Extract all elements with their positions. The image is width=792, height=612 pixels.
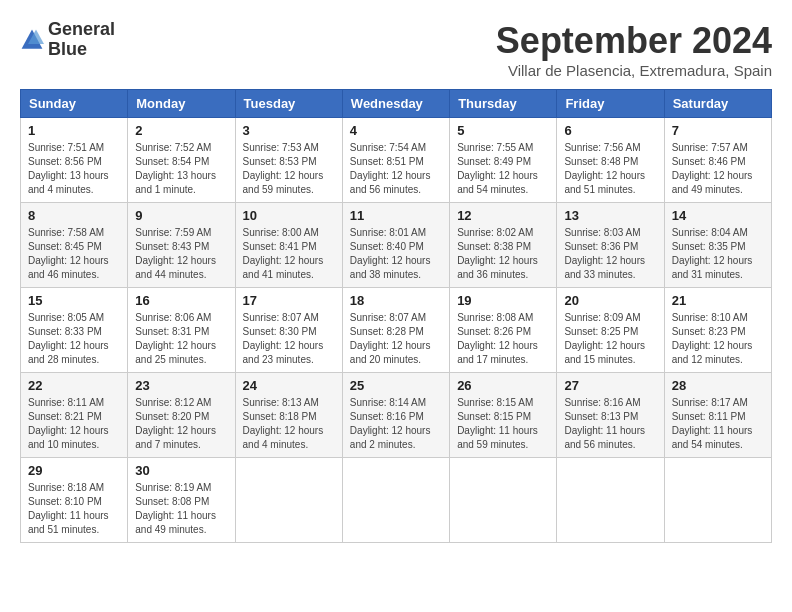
day-number: 15 [28, 293, 120, 308]
page-header: General Blue September 2024 Villar de Pl… [20, 20, 772, 79]
day-number: 23 [135, 378, 227, 393]
calendar-day-cell: 3Sunrise: 7:53 AM Sunset: 8:53 PM Daylig… [235, 118, 342, 203]
calendar-day-cell: 10Sunrise: 8:00 AM Sunset: 8:41 PM Dayli… [235, 203, 342, 288]
day-number: 18 [350, 293, 442, 308]
day-number: 29 [28, 463, 120, 478]
calendar-day-cell: 22Sunrise: 8:11 AM Sunset: 8:21 PM Dayli… [21, 373, 128, 458]
day-info: Sunrise: 8:19 AM Sunset: 8:08 PM Dayligh… [135, 481, 227, 537]
day-info: Sunrise: 7:52 AM Sunset: 8:54 PM Dayligh… [135, 141, 227, 197]
calendar-day-cell: 24Sunrise: 8:13 AM Sunset: 8:18 PM Dayli… [235, 373, 342, 458]
day-number: 6 [564, 123, 656, 138]
day-info: Sunrise: 8:06 AM Sunset: 8:31 PM Dayligh… [135, 311, 227, 367]
day-info: Sunrise: 8:00 AM Sunset: 8:41 PM Dayligh… [243, 226, 335, 282]
day-info: Sunrise: 7:58 AM Sunset: 8:45 PM Dayligh… [28, 226, 120, 282]
calendar-day-cell: 17Sunrise: 8:07 AM Sunset: 8:30 PM Dayli… [235, 288, 342, 373]
day-number: 28 [672, 378, 764, 393]
day-info: Sunrise: 8:15 AM Sunset: 8:15 PM Dayligh… [457, 396, 549, 452]
day-number: 13 [564, 208, 656, 223]
calendar-week-row: 29Sunrise: 8:18 AM Sunset: 8:10 PM Dayli… [21, 458, 772, 543]
logo-text: General Blue [48, 20, 115, 60]
day-info: Sunrise: 8:05 AM Sunset: 8:33 PM Dayligh… [28, 311, 120, 367]
day-number: 12 [457, 208, 549, 223]
col-friday: Friday [557, 90, 664, 118]
calendar-day-cell: 14Sunrise: 8:04 AM Sunset: 8:35 PM Dayli… [664, 203, 771, 288]
calendar-day-cell [450, 458, 557, 543]
calendar-day-cell: 19Sunrise: 8:08 AM Sunset: 8:26 PM Dayli… [450, 288, 557, 373]
day-info: Sunrise: 7:59 AM Sunset: 8:43 PM Dayligh… [135, 226, 227, 282]
calendar-day-cell: 26Sunrise: 8:15 AM Sunset: 8:15 PM Dayli… [450, 373, 557, 458]
day-number: 26 [457, 378, 549, 393]
calendar-day-cell: 6Sunrise: 7:56 AM Sunset: 8:48 PM Daylig… [557, 118, 664, 203]
calendar-day-cell [342, 458, 449, 543]
day-number: 16 [135, 293, 227, 308]
calendar-day-cell: 5Sunrise: 7:55 AM Sunset: 8:49 PM Daylig… [450, 118, 557, 203]
calendar-day-cell: 21Sunrise: 8:10 AM Sunset: 8:23 PM Dayli… [664, 288, 771, 373]
col-thursday: Thursday [450, 90, 557, 118]
day-info: Sunrise: 8:10 AM Sunset: 8:23 PM Dayligh… [672, 311, 764, 367]
day-number: 25 [350, 378, 442, 393]
day-info: Sunrise: 7:55 AM Sunset: 8:49 PM Dayligh… [457, 141, 549, 197]
logo: General Blue [20, 20, 115, 60]
calendar-day-cell: 30Sunrise: 8:19 AM Sunset: 8:08 PM Dayli… [128, 458, 235, 543]
day-info: Sunrise: 8:11 AM Sunset: 8:21 PM Dayligh… [28, 396, 120, 452]
calendar-day-cell: 27Sunrise: 8:16 AM Sunset: 8:13 PM Dayli… [557, 373, 664, 458]
calendar-day-cell: 1Sunrise: 7:51 AM Sunset: 8:56 PM Daylig… [21, 118, 128, 203]
day-info: Sunrise: 8:08 AM Sunset: 8:26 PM Dayligh… [457, 311, 549, 367]
day-info: Sunrise: 7:57 AM Sunset: 8:46 PM Dayligh… [672, 141, 764, 197]
calendar-day-cell: 11Sunrise: 8:01 AM Sunset: 8:40 PM Dayli… [342, 203, 449, 288]
title-area: September 2024 Villar de Plasencia, Extr… [496, 20, 772, 79]
day-number: 30 [135, 463, 227, 478]
calendar-day-cell: 15Sunrise: 8:05 AM Sunset: 8:33 PM Dayli… [21, 288, 128, 373]
day-number: 27 [564, 378, 656, 393]
day-info: Sunrise: 7:54 AM Sunset: 8:51 PM Dayligh… [350, 141, 442, 197]
day-number: 1 [28, 123, 120, 138]
day-info: Sunrise: 8:02 AM Sunset: 8:38 PM Dayligh… [457, 226, 549, 282]
calendar-week-row: 22Sunrise: 8:11 AM Sunset: 8:21 PM Dayli… [21, 373, 772, 458]
day-number: 14 [672, 208, 764, 223]
day-info: Sunrise: 7:56 AM Sunset: 8:48 PM Dayligh… [564, 141, 656, 197]
col-tuesday: Tuesday [235, 90, 342, 118]
day-number: 5 [457, 123, 549, 138]
calendar-day-cell: 4Sunrise: 7:54 AM Sunset: 8:51 PM Daylig… [342, 118, 449, 203]
calendar-day-cell: 16Sunrise: 8:06 AM Sunset: 8:31 PM Dayli… [128, 288, 235, 373]
day-info: Sunrise: 7:53 AM Sunset: 8:53 PM Dayligh… [243, 141, 335, 197]
day-info: Sunrise: 8:09 AM Sunset: 8:25 PM Dayligh… [564, 311, 656, 367]
day-number: 21 [672, 293, 764, 308]
day-info: Sunrise: 8:16 AM Sunset: 8:13 PM Dayligh… [564, 396, 656, 452]
day-number: 10 [243, 208, 335, 223]
day-number: 22 [28, 378, 120, 393]
calendar-table: Sunday Monday Tuesday Wednesday Thursday… [20, 89, 772, 543]
day-number: 3 [243, 123, 335, 138]
day-number: 4 [350, 123, 442, 138]
day-number: 11 [350, 208, 442, 223]
calendar-day-cell: 2Sunrise: 7:52 AM Sunset: 8:54 PM Daylig… [128, 118, 235, 203]
day-number: 9 [135, 208, 227, 223]
calendar-day-cell: 9Sunrise: 7:59 AM Sunset: 8:43 PM Daylig… [128, 203, 235, 288]
calendar-week-row: 15Sunrise: 8:05 AM Sunset: 8:33 PM Dayli… [21, 288, 772, 373]
calendar-day-cell: 8Sunrise: 7:58 AM Sunset: 8:45 PM Daylig… [21, 203, 128, 288]
day-info: Sunrise: 8:07 AM Sunset: 8:28 PM Dayligh… [350, 311, 442, 367]
main-title: September 2024 [496, 20, 772, 62]
calendar-week-row: 8Sunrise: 7:58 AM Sunset: 8:45 PM Daylig… [21, 203, 772, 288]
calendar-header-row: Sunday Monday Tuesday Wednesday Thursday… [21, 90, 772, 118]
day-info: Sunrise: 8:04 AM Sunset: 8:35 PM Dayligh… [672, 226, 764, 282]
day-info: Sunrise: 8:01 AM Sunset: 8:40 PM Dayligh… [350, 226, 442, 282]
day-number: 20 [564, 293, 656, 308]
col-wednesday: Wednesday [342, 90, 449, 118]
subtitle: Villar de Plasencia, Extremadura, Spain [496, 62, 772, 79]
calendar-day-cell [557, 458, 664, 543]
calendar-day-cell: 23Sunrise: 8:12 AM Sunset: 8:20 PM Dayli… [128, 373, 235, 458]
calendar-week-row: 1Sunrise: 7:51 AM Sunset: 8:56 PM Daylig… [21, 118, 772, 203]
calendar-day-cell [235, 458, 342, 543]
day-number: 24 [243, 378, 335, 393]
col-monday: Monday [128, 90, 235, 118]
calendar-day-cell: 28Sunrise: 8:17 AM Sunset: 8:11 PM Dayli… [664, 373, 771, 458]
logo-icon [20, 28, 44, 52]
day-info: Sunrise: 8:13 AM Sunset: 8:18 PM Dayligh… [243, 396, 335, 452]
day-info: Sunrise: 8:14 AM Sunset: 8:16 PM Dayligh… [350, 396, 442, 452]
day-number: 2 [135, 123, 227, 138]
calendar-day-cell [664, 458, 771, 543]
day-info: Sunrise: 8:17 AM Sunset: 8:11 PM Dayligh… [672, 396, 764, 452]
col-sunday: Sunday [21, 90, 128, 118]
day-number: 17 [243, 293, 335, 308]
